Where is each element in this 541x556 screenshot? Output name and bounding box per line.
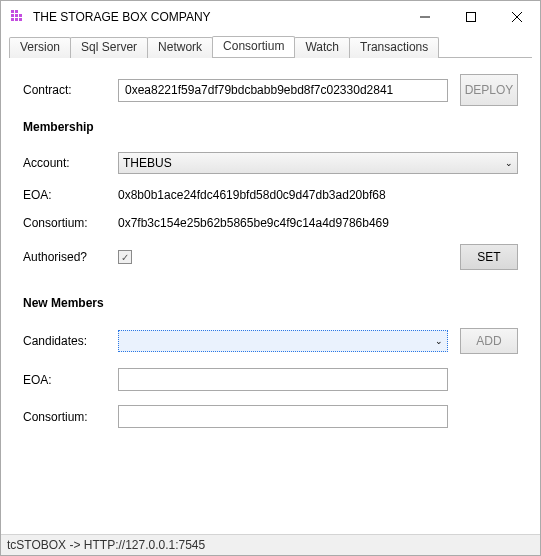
svg-rect-0 [11, 10, 14, 13]
authorised-checkbox[interactable]: ✓ [118, 250, 132, 264]
maximize-button[interactable] [448, 1, 494, 32]
svg-rect-7 [19, 18, 22, 21]
new-members-heading: New Members [23, 296, 518, 310]
candidates-select[interactable]: ⌄ [118, 330, 448, 352]
consortium-panel: Contract: DEPLOY Membership Account: THE… [1, 58, 540, 534]
window-controls [402, 1, 540, 32]
close-button[interactable] [494, 1, 540, 32]
account-select-value: THEBUS [123, 156, 172, 170]
minimize-button[interactable] [402, 1, 448, 32]
contract-label: Contract: [23, 83, 118, 97]
tab-network[interactable]: Network [147, 37, 213, 58]
title-bar: THE STORAGE BOX COMPANY [1, 1, 540, 32]
membership-heading: Membership [23, 120, 518, 134]
newmember-eoa-label: EOA: [23, 373, 118, 387]
membership-eoa-value: 0x8b0b1ace24fdc4619bfd58d0c9d47db3ad20bf… [118, 188, 386, 202]
tab-watch[interactable]: Watch [294, 37, 350, 58]
account-label: Account: [23, 156, 118, 170]
svg-rect-9 [467, 12, 476, 21]
status-bar: tcSTOBOX -> HTTP://127.0.0.1:7545 [1, 534, 540, 555]
tab-strip: Version Sql Server Network Consortium Wa… [9, 36, 532, 58]
svg-rect-3 [15, 14, 18, 17]
window-title: THE STORAGE BOX COMPANY [33, 10, 402, 24]
tab-sql-server[interactable]: Sql Server [70, 37, 148, 58]
set-button[interactable]: SET [460, 244, 518, 270]
newmember-consortium-input[interactable] [118, 405, 448, 428]
deploy-button[interactable]: DEPLOY [460, 74, 518, 106]
chevron-down-icon: ⌄ [505, 158, 513, 168]
add-button[interactable]: ADD [460, 328, 518, 354]
svg-rect-2 [11, 14, 14, 17]
chevron-down-icon: ⌄ [435, 336, 443, 346]
contract-input[interactable] [118, 79, 448, 102]
membership-eoa-label: EOA: [23, 188, 118, 202]
tab-consortium[interactable]: Consortium [212, 36, 295, 57]
svg-rect-5 [11, 18, 14, 21]
authorised-label: Authorised? [23, 250, 118, 264]
svg-rect-1 [15, 10, 18, 13]
membership-consortium-label: Consortium: [23, 216, 118, 230]
status-text: tcSTOBOX -> HTTP://127.0.0.1:7545 [7, 538, 205, 552]
app-icon [11, 10, 25, 24]
tab-version[interactable]: Version [9, 37, 71, 58]
newmember-eoa-input[interactable] [118, 368, 448, 391]
candidates-label: Candidates: [23, 334, 118, 348]
membership-consortium-value: 0x7fb3c154e25b62b5865be9c4f9c14a4d9786b4… [118, 216, 389, 230]
svg-rect-4 [19, 14, 22, 17]
account-select[interactable]: THEBUS ⌄ [118, 152, 518, 174]
tab-transactions[interactable]: Transactions [349, 37, 439, 58]
newmember-consortium-label: Consortium: [23, 410, 118, 424]
svg-rect-6 [15, 18, 18, 21]
